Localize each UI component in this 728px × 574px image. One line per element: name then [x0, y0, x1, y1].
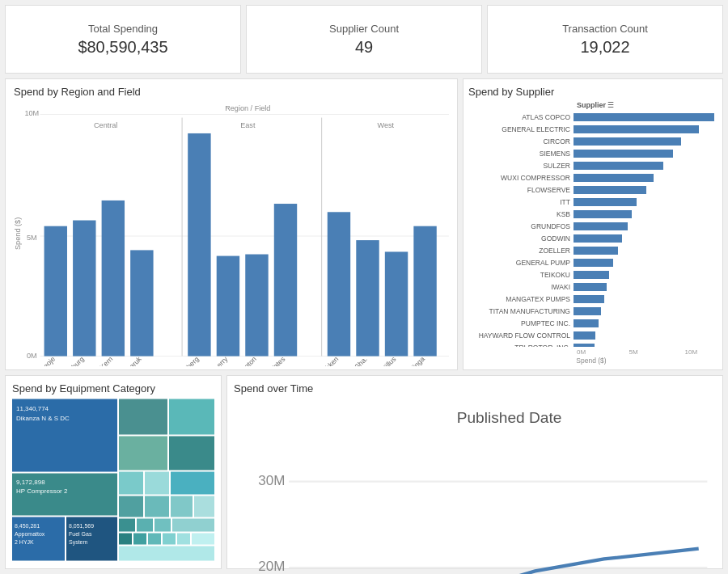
supplier-bar-wrap: [574, 174, 714, 182]
svg-text:Appomattox: Appomattox: [15, 531, 45, 538]
svg-rect-58: [177, 534, 190, 545]
svg-rect-57: [163, 534, 176, 545]
svg-text:System: System: [69, 539, 88, 546]
supplier-name: KSB: [468, 210, 574, 218]
supplier-name: GENERAL ELECTRIC: [468, 125, 574, 133]
svg-rect-54: [119, 534, 132, 545]
supplier-row: SULZER: [468, 160, 714, 171]
supplier-bar-wrap: [574, 307, 714, 315]
svg-rect-51: [137, 519, 153, 532]
supplier-chart-title: Spend by Supplier: [468, 86, 714, 98]
svg-rect-55: [133, 534, 146, 545]
supplier-bar-wrap: [574, 234, 714, 243]
svg-text:11,340,774: 11,340,774: [16, 405, 49, 412]
supplier-name: TEIKOKU: [468, 271, 574, 279]
svg-text:8,450,281: 8,450,281: [15, 523, 40, 529]
time-chart-title: Spend over Time: [234, 382, 716, 395]
bar-wilmington: [245, 255, 268, 357]
svg-rect-59: [192, 534, 214, 545]
supplier-name: MANGATEX PUMPS: [468, 295, 574, 303]
supplier-bar-wrap: [574, 162, 714, 170]
supplier-bar-wrap: [574, 283, 714, 291]
supplier-bar: [574, 295, 604, 303]
treemap-container: 11,340,774 Dikanza N & S DC 9,172,898 HP…: [12, 398, 214, 562]
treemap-svg: 11,340,774 Dikanza N & S DC 9,172,898 HP…: [12, 398, 214, 562]
svg-text:Published Date: Published Date: [457, 409, 562, 426]
svg-text:West: West: [378, 121, 395, 129]
svg-text:Region / Field: Region / Field: [225, 104, 270, 112]
supplier-bar: [574, 283, 607, 291]
supplier-row: SIEMENS: [468, 148, 714, 159]
supplier-x-axis-label: Spend ($): [468, 357, 714, 365]
svg-rect-45: [171, 472, 214, 495]
region-bar-svg: 10M 5M 0M Spend ($) Central East: [14, 101, 449, 366]
region-chart-area: 10M 5M 0M Spend ($) Central East: [14, 101, 449, 366]
svg-rect-53: [172, 519, 214, 532]
supplier-bar: [574, 331, 595, 340]
total-spending-card: Total Spending $80,590,435: [5, 5, 241, 74]
supplier-bar-wrap: [574, 222, 714, 230]
supplier-filter-icon[interactable]: ☰: [607, 101, 614, 109]
supplier-count-label: Supplier Count: [329, 23, 399, 35]
svg-text:East: East: [240, 121, 256, 129]
svg-rect-50: [119, 519, 135, 532]
supplier-row: WUXI COMPRESSOR: [468, 172, 714, 184]
supplier-bar: [574, 344, 595, 347]
supplier-bar-wrap: [574, 198, 714, 206]
supplier-row: PUMPTEC INC.: [468, 318, 714, 329]
supplier-row: ATLAS COPCO: [468, 112, 714, 123]
middle-row: Spend by Region and Field 10M 5M 0M Spen…: [5, 78, 723, 370]
supplier-row: TRI-ROTOR, INC.: [468, 342, 714, 347]
supplier-bar: [574, 150, 673, 158]
supplier-bar: [574, 125, 699, 133]
supplier-bar: [574, 162, 663, 170]
supplier-name: ATLAS COPCO: [468, 113, 574, 121]
supplier-name: FLOWSERVE: [468, 186, 574, 194]
bar-spraberry: [217, 256, 239, 357]
total-spending-label: Total Spending: [88, 23, 158, 35]
supplier-row: FLOWSERVE: [468, 184, 714, 196]
supplier-row: ITT: [468, 196, 714, 208]
supplier-column-label: Supplier: [577, 101, 606, 109]
supplier-name: GODWIN: [468, 234, 574, 243]
svg-rect-30: [119, 437, 167, 471]
supplier-bar-wrap: [574, 113, 714, 121]
supplier-row: HAYWARD FLOW CONTROL: [468, 330, 714, 341]
svg-text:0M: 0M: [27, 352, 37, 360]
supplier-bar: [574, 186, 646, 194]
supplier-bar: [574, 319, 599, 327]
supplier-bar-wrap: [574, 247, 714, 255]
supplier-name: GRUNDFOS: [468, 222, 574, 230]
equipment-chart-title: Spend by Equipment Category: [12, 382, 214, 395]
region-chart-title: Spend by Region and Field: [14, 86, 449, 98]
supplier-bar-wrap: [574, 125, 714, 133]
bar-rydberg: [188, 133, 210, 357]
svg-text:Dikanza N & S DC: Dikanza N & S DC: [16, 415, 70, 422]
supplier-bar: [574, 259, 613, 267]
transaction-count-value: 19,022: [580, 38, 629, 57]
supplier-row: KSB: [468, 209, 714, 220]
supplier-name: SIEMENS: [468, 150, 574, 158]
bar-gettysburg: [73, 221, 95, 357]
supplier-row: ZOELLER: [468, 245, 714, 256]
supplier-bar: [574, 247, 618, 255]
kpi-row: Total Spending $80,590,435 Supplier Coun…: [5, 5, 723, 74]
svg-rect-46: [119, 496, 143, 517]
supplier-row: GRUNDFOS: [468, 221, 714, 232]
supplier-bar-wrap: [574, 319, 714, 327]
supplier-name: CIRCOR: [468, 137, 574, 146]
time-line: [303, 549, 699, 574]
svg-text:Spend ($): Spend ($): [14, 217, 22, 250]
svg-rect-48: [171, 496, 193, 517]
supplier-bar: [574, 271, 609, 279]
transaction-count-card: Transaction Count 19,022: [487, 5, 723, 74]
supplier-name: WUXI COMPRESSOR: [468, 174, 574, 182]
supplier-name: PUMPTEC INC.: [468, 319, 574, 327]
svg-text:9,172,898: 9,172,898: [16, 479, 45, 486]
region-field-chart: Spend by Region and Field 10M 5M 0M Spen…: [5, 78, 458, 370]
bar-kuparuk: [130, 250, 153, 356]
bar-barnett: [356, 240, 379, 356]
supplier-bar: [574, 210, 632, 218]
svg-rect-44: [145, 472, 169, 495]
supplier-count-card: Supplier Count 49: [246, 5, 482, 74]
